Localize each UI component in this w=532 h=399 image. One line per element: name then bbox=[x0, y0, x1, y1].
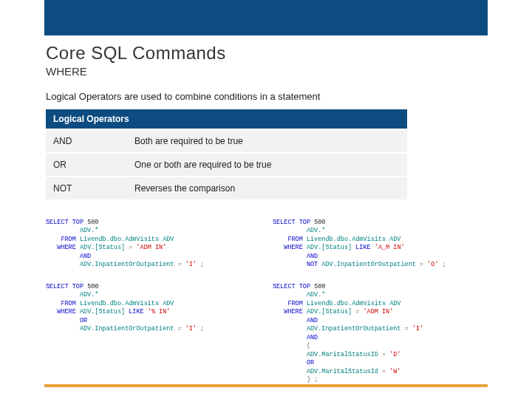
title-bar bbox=[44, 0, 488, 35]
sql-example-or: SELECT TOP 500 ADV.* FROM Livendb.dbo.Ad… bbox=[46, 283, 259, 334]
table-row: OR One or both are required to be true bbox=[46, 154, 407, 176]
footer-accent-bar bbox=[44, 384, 488, 387]
table-header-row: Logical Operators bbox=[46, 109, 407, 129]
lead-text: Logical Operators are used to combine co… bbox=[46, 91, 486, 102]
op-cell: NOT bbox=[46, 177, 127, 200]
table-row: NOT Reverses the comparison bbox=[46, 177, 407, 200]
code-area: SELECT TOP 500 ADV.* FROM Livendb.dbo.Ad… bbox=[46, 219, 486, 398]
op-cell: OR bbox=[46, 154, 127, 176]
op-cell: AND bbox=[46, 130, 127, 152]
desc-cell: Reverses the comparison bbox=[127, 177, 407, 200]
sql-example-not: SELECT TOP 500 ADV.* FROM Livendb.dbo.Ad… bbox=[273, 219, 486, 270]
page-title: Core SQL Commands bbox=[46, 43, 486, 64]
sql-example-and: SELECT TOP 500 ADV.* FROM Livendb.dbo.Ad… bbox=[46, 219, 259, 270]
code-right-column: SELECT TOP 500 ADV.* FROM Livendb.dbo.Ad… bbox=[273, 219, 486, 398]
slide: Core SQL Commands WHERE Logical Operator… bbox=[0, 0, 532, 399]
desc-cell: Both are required to be true bbox=[127, 130, 407, 152]
code-left-column: SELECT TOP 500 ADV.* FROM Livendb.dbo.Ad… bbox=[46, 219, 259, 398]
sql-example-combined: SELECT TOP 500 ADV.* FROM Livendb.dbo.Ad… bbox=[273, 283, 486, 385]
table-row: AND Both are required to be true bbox=[46, 130, 407, 152]
content-area: Core SQL Commands WHERE Logical Operator… bbox=[46, 43, 486, 381]
page-subtitle: WHERE bbox=[46, 65, 486, 78]
desc-cell: One or both are required to be true bbox=[127, 154, 407, 176]
operators-table: Logical Operators AND Both are required … bbox=[46, 108, 407, 201]
table-header: Logical Operators bbox=[46, 109, 407, 129]
